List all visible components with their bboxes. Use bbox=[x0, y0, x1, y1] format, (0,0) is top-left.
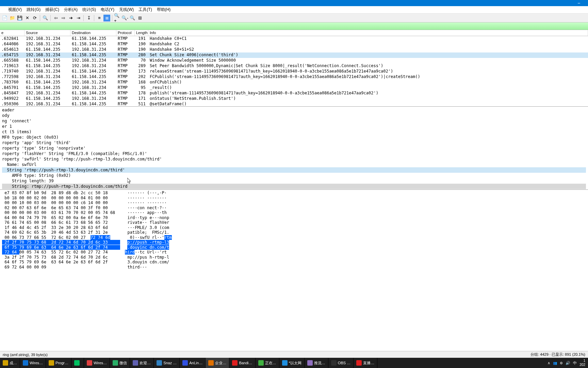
menu-item[interactable] bbox=[1, 9, 5, 11]
menu-item[interactable]: 帮助(H) bbox=[155, 6, 173, 13]
col-info[interactable]: Info bbox=[148, 30, 588, 36]
list-icon[interactable]: ≣ bbox=[103, 15, 110, 21]
packet-row[interactable]: .772598192.168.31.23461.158.144.235RTMP2… bbox=[0, 74, 588, 80]
detail-line[interactable]: roperty 'app' String 'third' bbox=[2, 140, 586, 145]
detail-line[interactable]: eader bbox=[2, 107, 586, 113]
autoscroll-icon[interactable]: ↧ bbox=[85, 15, 92, 21]
packet-list-pane[interactable]: e Source Destination Protocol Length Inf… bbox=[0, 30, 588, 107]
col-protocol[interactable]: Protocol bbox=[116, 30, 135, 36]
menu-item[interactable]: 工具(T) bbox=[136, 6, 154, 13]
packet-row[interactable]: .65461361.158.144.235192.168.31.234RTMP1… bbox=[0, 47, 588, 52]
hex-line[interactable]: 74 69 62 6c 65 3b 20 46 4d 53 63 2f 31 2… bbox=[2, 230, 586, 235]
detail-line[interactable]: roperty 'flashVer' String 'FMLE/3.0 (com… bbox=[2, 151, 586, 156]
taskbar-item[interactable]: 推流… bbox=[305, 358, 328, 368]
detail-line[interactable]: AMF0 type: String (0x02) bbox=[2, 173, 586, 178]
tray-expand-icon[interactable]: ∧ bbox=[548, 361, 550, 365]
detail-line[interactable]: er 1 bbox=[2, 124, 586, 129]
hex-line[interactable]: 00 00 00 00 03 00 03 61 70 70 02 00 05 7… bbox=[2, 210, 586, 215]
taskbar-item[interactable]: 企业… bbox=[206, 358, 229, 368]
taskbar[interactable]: 成…Wires…Progr…Wires…微信欢迎…Snaz …AnLin…企业…… bbox=[0, 358, 588, 368]
hex-line[interactable]: e7 03 07 8f b0 9d 28 89 d8 db 2c cc 50 1… bbox=[2, 190, 586, 196]
hex-line[interactable]: 00 06 73 77 66 55 72 6c 02 00 27 72 74 6… bbox=[2, 235, 586, 240]
packet-row[interactable]: .644086192.168.31.23461.158.144.235RTMP1… bbox=[0, 42, 588, 47]
packet-row[interactable]: .632841192.168.31.23461.158.144.235RTMP1… bbox=[0, 36, 588, 42]
system-tray[interactable]: ∧ 👥 ⚙ 🔊 中 1 202 bbox=[545, 359, 588, 367]
taskbar-item[interactable]: AnLin… bbox=[180, 358, 206, 368]
minimize-button[interactable]: − bbox=[571, 0, 587, 6]
forward-icon[interactable]: ⇨ bbox=[60, 15, 67, 21]
taskbar-item[interactable]: 直播… bbox=[354, 358, 377, 368]
packet-bytes-pane[interactable]: e7 03 07 8f b0 9d 28 89 d8 db 2c cc 50 1… bbox=[0, 190, 588, 351]
menu-item[interactable]: 电话(Y) bbox=[99, 6, 116, 13]
zoom-in-icon[interactable]: 🔍+ bbox=[114, 15, 121, 21]
col-source[interactable]: Source bbox=[24, 30, 70, 36]
packet-row[interactable]: .84570161.158.144.235192.168.31.234RTMP9… bbox=[0, 85, 588, 91]
packet-row[interactable]: .94992261.158.144.235192.168.31.234RTMP1… bbox=[0, 96, 588, 102]
menu-item[interactable]: 视图(V) bbox=[6, 6, 24, 13]
taskbar-item[interactable]: Wires… bbox=[20, 358, 46, 368]
menu-item[interactable]: 分析(A) bbox=[62, 6, 80, 13]
packet-row[interactable]: .845847192.168.31.23461.158.144.235RTMP1… bbox=[0, 91, 588, 96]
folder-icon[interactable]: 📁 bbox=[9, 15, 16, 21]
detail-line[interactable]: MF0 type: Object (0x03) bbox=[2, 135, 586, 140]
tray-volume-icon[interactable]: 🔊 bbox=[566, 361, 570, 365]
column-headers[interactable]: e Source Destination Protocol Length Inf… bbox=[0, 30, 588, 36]
hex-line[interactable]: 2f 2f 70 75 73 68 2d 72 74 6d 70 2d 6c 3… bbox=[2, 240, 586, 245]
find-icon[interactable]: 🔍 bbox=[42, 15, 49, 21]
tray-clock[interactable]: 1 202 bbox=[579, 359, 585, 367]
taskbar-item[interactable]: Snaz … bbox=[154, 358, 180, 368]
goto-last-icon[interactable]: ⇥ bbox=[75, 15, 82, 21]
col-length[interactable]: Length bbox=[135, 30, 148, 36]
close-icon[interactable]: ✕ bbox=[24, 15, 31, 21]
menu-item[interactable]: 捕获(C) bbox=[43, 6, 61, 13]
detail-line[interactable]: ody bbox=[2, 113, 586, 118]
taskbar-item[interactable]: OBS … bbox=[328, 358, 354, 368]
taskbar-item[interactable]: 成… bbox=[0, 358, 20, 368]
hex-line[interactable]: b0 18 00 00 02 00 00 00 00 00 04 01 00 0… bbox=[2, 196, 586, 201]
hex-line[interactable]: 1f 46 4d 4c 45 2f 33 2e 30 20 28 63 6f 6… bbox=[2, 225, 586, 230]
packet-row[interactable]: .950306192.168.31.23461.158.144.235RTMP5… bbox=[0, 102, 588, 107]
packet-row[interactable]: .654715192.168.31.23461.158.144.235RTMP2… bbox=[0, 52, 588, 58]
taskbar-item[interactable]: 微信 bbox=[110, 358, 130, 368]
back-icon[interactable]: ⇦ bbox=[52, 15, 59, 21]
packet-row[interactable]: .66558861.158.144.235192.168.31.234RTMP7… bbox=[0, 58, 588, 63]
col-time[interactable]: e bbox=[0, 30, 24, 36]
taskbar-item[interactable]: 欢迎… bbox=[130, 358, 154, 368]
detail-line[interactable]: String: rtmp://push-rtmp-l3.douyincdn.co… bbox=[2, 184, 586, 189]
taskbar-item[interactable]: *以太网 bbox=[279, 358, 305, 368]
tray-icon[interactable]: ⚙ bbox=[560, 361, 563, 365]
hex-line[interactable]: 3a 2f 2f 70 75 73 68 2d 72 74 6d 70 2d 6… bbox=[2, 255, 586, 260]
packet-row[interactable]: .71961361.158.144.235192.168.31.234RTMP2… bbox=[0, 63, 588, 69]
save-icon[interactable]: 💾 bbox=[16, 15, 23, 21]
detail-line[interactable]: ng 'connect' bbox=[2, 118, 586, 124]
packet-row[interactable]: .719740192.168.31.23461.158.144.235RTMP1… bbox=[0, 69, 588, 74]
jump-icon[interactable]: ➔ bbox=[67, 15, 74, 21]
taskbar-item[interactable]: Progr… bbox=[46, 358, 71, 368]
reload-icon[interactable]: ⟳ bbox=[31, 15, 38, 21]
colorize-icon[interactable]: ≡ bbox=[96, 15, 103, 21]
hex-line[interactable]: 6f 75 79 69 6e 63 64 6e 2e 63 6f 6d 2f 7… bbox=[2, 245, 586, 250]
tray-icon[interactable]: 👥 bbox=[553, 361, 557, 365]
file-open-icon[interactable]: 📄 bbox=[1, 15, 8, 21]
taskbar-item[interactable]: Wires… bbox=[84, 358, 110, 368]
menu-item[interactable]: 无线(W) bbox=[117, 6, 136, 13]
taskbar-item[interactable] bbox=[71, 358, 84, 368]
menu-item[interactable]: 跳转(G) bbox=[24, 6, 43, 13]
col-destination[interactable]: Destination bbox=[70, 30, 116, 36]
hex-line[interactable]: 64 6f 75 79 69 6e 63 64 6e 2e 63 6f 6d 2… bbox=[2, 260, 586, 265]
detail-line[interactable]: Name: swfUrl bbox=[2, 162, 586, 167]
detail-line[interactable]: String 'rtmp://push-rtmp-l3.douyincdn.co… bbox=[2, 167, 586, 173]
tray-ime-icon[interactable]: 中 bbox=[573, 361, 577, 366]
hex-line[interactable]: 76 61 74 65 00 08 66 6c 61 73 68 56 65 7… bbox=[2, 220, 586, 225]
hex-line[interactable]: 69 72 64 00 00 09 third··· bbox=[2, 265, 586, 270]
menu-item[interactable]: 统计(S) bbox=[80, 6, 98, 13]
display-filter-bar[interactable] bbox=[0, 22, 588, 30]
zoom-out-icon[interactable]: 🔍- bbox=[121, 15, 128, 21]
packet-row[interactable]: .78376061.158.144.235192.168.31.234RTMP1… bbox=[0, 80, 588, 85]
taskbar-item[interactable]: Bandi… bbox=[229, 358, 255, 368]
hex-line[interactable]: 64 00 04 74 79 70 65 02 00 0a 6e 6f 6e 7… bbox=[2, 215, 586, 220]
detail-line[interactable]: String length: 39 bbox=[2, 178, 586, 184]
hex-line[interactable]: 72 64 00 05 74 63 55 72 6c 02 00 27 72 7… bbox=[2, 250, 586, 255]
packet-details-pane[interactable]: eaderodyng 'connect'er 1ct (5 items)MF0 … bbox=[0, 107, 588, 190]
hex-line[interactable]: 00 00 10 00 03 00 00 00 00 00 c6 14 00 0… bbox=[2, 200, 586, 205]
